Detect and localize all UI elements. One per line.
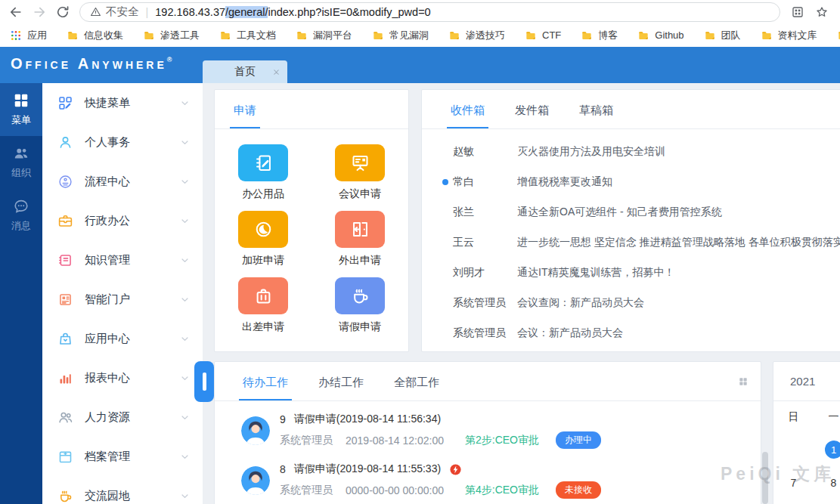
bookmark-item[interactable]: Github bbox=[637, 29, 683, 42]
browser-toolbar: 不安全 | 192.168.43.37/general/index.php?is… bbox=[0, 0, 840, 23]
sidebar-item[interactable]: 交流园地 bbox=[42, 476, 203, 504]
sidebar-item-label: 报表中心 bbox=[85, 371, 179, 385]
bookmark-item[interactable]: 博客 bbox=[581, 29, 618, 42]
bookmark-item[interactable]: 漏洞平台 bbox=[296, 29, 352, 42]
mail-list-item[interactable]: 张兰 通达全新OA可选组件 - 知己者费用管控系统 bbox=[422, 197, 840, 227]
rail-item[interactable]: 菜单 bbox=[0, 83, 42, 136]
folder-icon bbox=[837, 29, 840, 42]
sidebar-item[interactable]: 行政办公 bbox=[42, 201, 203, 240]
reload-icon[interactable] bbox=[55, 5, 70, 20]
calendar-grid: 日 一 1 7 8 bbox=[773, 401, 840, 499]
sidebar-item[interactable]: 流程中心 bbox=[42, 162, 203, 201]
back-icon[interactable] bbox=[8, 5, 23, 20]
folder-icon bbox=[296, 29, 308, 42]
bookmark-item[interactable]: 渗透技巧 bbox=[448, 29, 505, 42]
bookmark-label: 应用 bbox=[27, 29, 47, 42]
sidebar-item[interactable]: 智能门户 bbox=[42, 280, 203, 319]
work-item-time: 0000-00-00 00:00:00 bbox=[346, 484, 444, 496]
avatar bbox=[241, 416, 270, 445]
org-people-icon bbox=[13, 145, 29, 162]
url-path: index.php?isIE=0&modify_pwd=0 bbox=[268, 6, 430, 18]
mail-tab[interactable]: 收件箱 bbox=[451, 104, 485, 128]
menu-grid-icon bbox=[13, 92, 29, 109]
panel-grid-icon[interactable] bbox=[738, 376, 749, 387]
scrollbar-thumb[interactable] bbox=[762, 452, 768, 504]
work-tab[interactable]: 全部工作 bbox=[394, 376, 439, 400]
app-tile-label: 办公用品 bbox=[242, 187, 284, 201]
rail-item[interactable]: 组织 bbox=[0, 136, 42, 189]
clock-moon-icon bbox=[253, 219, 274, 240]
extension-grid-icon[interactable] bbox=[791, 5, 804, 19]
app-tile[interactable]: 会议申请 bbox=[335, 144, 385, 201]
work-tab[interactable]: 办结工作 bbox=[318, 376, 364, 400]
mail-list-item[interactable]: 刘明才 通达IT精英魔鬼训练营，招募中！ bbox=[422, 258, 840, 288]
bookmark-item[interactable]: CTF bbox=[525, 29, 561, 42]
forward-icon[interactable] bbox=[32, 5, 47, 20]
rail-item-label: 组织 bbox=[11, 166, 31, 180]
folder-icon bbox=[704, 29, 716, 42]
sidebar-menu: 快捷菜单 个人事务 流程中心 行政办公 知识管理 智能门户 应用中心 bbox=[42, 83, 203, 504]
archive-box-icon bbox=[57, 449, 73, 465]
tab-home-label: 首页 bbox=[234, 65, 256, 79]
sidebar-collapse-handle[interactable] bbox=[194, 361, 214, 402]
urgent-icon bbox=[449, 463, 462, 476]
url-separator: | bbox=[146, 6, 149, 18]
work-list-item[interactable]: 8 请假申请(2019-08-14 11:55:33) 系统管理员 0000-0… bbox=[215, 456, 761, 504]
chevron-down-icon bbox=[179, 255, 191, 266]
sidebar-item-label: 交流园地 bbox=[85, 489, 179, 503]
calendar-year[interactable]: 2021 bbox=[773, 362, 840, 401]
mail-list: 赵敏 灭火器使用方法及用电安全培训 常白 增值税税率更改通知 张兰 通达全新OA… bbox=[422, 129, 840, 348]
mail-tab[interactable]: 草稿箱 bbox=[579, 104, 613, 128]
app-tile[interactable]: 外出申请 bbox=[335, 211, 385, 267]
calendar-date[interactable]: 7 bbox=[773, 466, 814, 499]
sidebar-item[interactable]: 应用中心 bbox=[42, 319, 203, 358]
calendar-date[interactable]: 8 bbox=[814, 466, 840, 499]
bookmark-item[interactable]: 资料文库 bbox=[761, 29, 817, 42]
work-tab[interactable]: 待办工作 bbox=[243, 376, 288, 400]
mail-list-item[interactable]: 系统管理员 会议查阅：新产品动员大会 bbox=[422, 288, 840, 318]
app-tile[interactable]: 请假申请 bbox=[335, 277, 385, 334]
chevron-down-icon bbox=[179, 215, 191, 227]
tab-home[interactable]: 首页 bbox=[203, 60, 287, 83]
bookmark-item[interactable]: 工具文档 bbox=[219, 29, 276, 42]
work-list-item[interactable]: 9 请假申请(2019-08-14 11:56:34) 系统管理员 2019-0… bbox=[215, 406, 761, 456]
address-bar[interactable]: 不安全 | 192.168.43.37/general/index.php?is… bbox=[79, 2, 780, 22]
sidebar-item[interactable]: 报表中心 bbox=[42, 358, 203, 397]
sidebar-item[interactable]: 个人事务 bbox=[42, 122, 203, 162]
sidebar-item[interactable]: 知识管理 bbox=[42, 240, 203, 280]
bookmark-item[interactable]: 信息收集 bbox=[67, 29, 123, 42]
app-tile[interactable]: 办公用品 bbox=[238, 144, 288, 201]
mail-list-item[interactable]: 常白 增值税税率更改通知 bbox=[422, 167, 840, 197]
bookmark-item[interactable]: 团队 bbox=[704, 29, 741, 42]
bookmark-star-icon[interactable] bbox=[815, 5, 829, 19]
mail-tab[interactable]: 发件箱 bbox=[515, 104, 549, 128]
app-tile-label: 外出申请 bbox=[339, 254, 381, 267]
flow-icon bbox=[57, 174, 73, 190]
tab-close-icon[interactable] bbox=[272, 68, 281, 76]
mail-list-item[interactable]: 系统管理员 会议：新产品动员大会 bbox=[422, 318, 840, 348]
sidebar-item[interactable]: 人力资源 bbox=[42, 397, 203, 437]
sidebar-item-label: 档案管理 bbox=[85, 450, 179, 464]
rail-item-label: 消息 bbox=[11, 219, 31, 233]
sidebar-item[interactable]: 档案管理 bbox=[42, 437, 203, 476]
tab-apply[interactable]: 申请 bbox=[234, 104, 256, 128]
mail-sender: 系统管理员 bbox=[453, 326, 517, 340]
calendar-today-badge[interactable]: 1 bbox=[825, 441, 840, 459]
sidebar-item[interactable]: 快捷菜单 bbox=[42, 83, 203, 122]
bookmark-item[interactable]: 网站 bbox=[837, 29, 840, 42]
mail-list-item[interactable]: 王云 进一步统一思想 坚定信念 推进精益管理战略落地 各单位积极贯彻落实全面 bbox=[422, 227, 840, 258]
rail-item[interactable]: 消息 bbox=[0, 189, 42, 242]
bookmark-item[interactable]: 渗透工具 bbox=[143, 29, 200, 42]
work-item-step: 第2步:CEO审批 bbox=[465, 434, 539, 447]
sidebar-item-label: 知识管理 bbox=[85, 253, 179, 267]
work-item-time: 2019-08-14 12:02:00 bbox=[346, 434, 444, 447]
bookmark-label: CTF bbox=[542, 29, 561, 41]
mail-list-item[interactable]: 赵敏 灭火器使用方法及用电安全培训 bbox=[422, 137, 840, 167]
app-tile[interactable]: 加班申请 bbox=[238, 211, 288, 267]
bookmark-item[interactable]: 常见漏洞 bbox=[372, 29, 429, 42]
app-tile-label: 加班申请 bbox=[242, 254, 284, 267]
app-logo: Office Anywhere® bbox=[11, 55, 172, 73]
chevron-down-icon bbox=[179, 490, 191, 502]
bookmark-item[interactable]: 应用 bbox=[10, 29, 47, 42]
app-tile[interactable]: 出差申请 bbox=[238, 277, 288, 334]
